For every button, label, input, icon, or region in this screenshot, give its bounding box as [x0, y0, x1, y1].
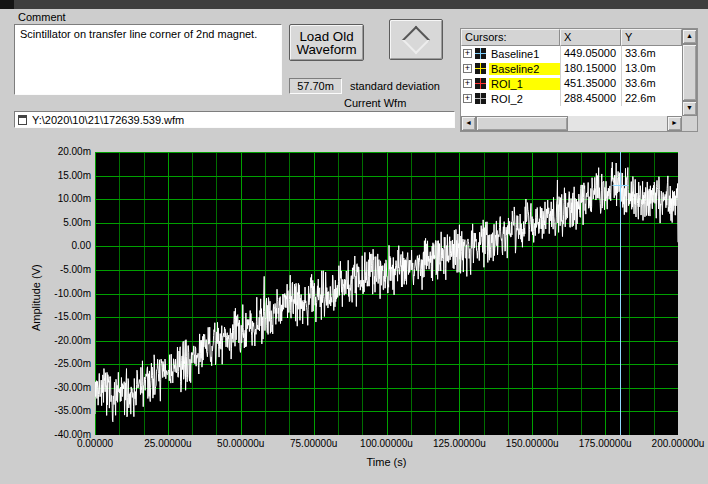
diamond-icon	[402, 25, 430, 53]
cursor-y-value: 33.6m	[621, 46, 682, 61]
cursor-x-value: 451.35000	[560, 76, 621, 91]
x-tick-label: 175.00000u	[565, 438, 645, 449]
wfm-path-control[interactable]: Y:\2020\10\21\172639.539.wfm	[14, 111, 455, 128]
expand-icon[interactable]: +	[463, 49, 472, 58]
column-header-y[interactable]: Y	[621, 29, 682, 46]
x-tick-label: 0.00000	[55, 438, 135, 449]
x-tick-label: 75.00000u	[274, 438, 354, 449]
cursor-style-icon	[475, 78, 486, 89]
x-tick-label: 25.00000u	[128, 438, 208, 449]
x-tick-label: 125.00000u	[419, 438, 499, 449]
expand-icon[interactable]: +	[463, 94, 472, 103]
y-tick-label: -20.00m	[41, 335, 91, 346]
load-old-waveform-button[interactable]: Load Old Waveform	[289, 24, 364, 61]
cursor-row-Baseline2[interactable]: +Baseline2180.1500013.0m	[461, 61, 682, 76]
y-tick-label: 15.00m	[41, 170, 91, 181]
y-tick-label: -25.00m	[41, 358, 91, 369]
window-top-edge	[0, 0, 708, 9]
y-tick-label: -35.00m	[41, 405, 91, 416]
cursor-row-Baseline1[interactable]: +Baseline1449.0500033.6m	[461, 46, 682, 61]
y-tick-label: 0.00	[41, 240, 91, 251]
cursor-legend: Cursors: X Y +Baseline1449.0500033.6m+Ba…	[460, 28, 698, 132]
path-icon	[18, 115, 27, 125]
cursor-name[interactable]: ROI_1	[489, 78, 560, 90]
cursor-x-value: 288.45000	[560, 91, 621, 106]
x-tick-label: 50.00000u	[201, 438, 281, 449]
cursor-list: +Baseline1449.0500033.6m+Baseline2180.15…	[461, 46, 682, 116]
cursor-list-hscrollbar[interactable]: ◄ ►	[461, 116, 682, 131]
cursor-style-icon	[475, 63, 486, 74]
cursor-y-value: 33.6m	[621, 76, 682, 91]
scroll-up-icon[interactable]: ▲	[682, 29, 697, 44]
expand-icon[interactable]: +	[463, 79, 472, 88]
comment-label: Comment	[18, 11, 66, 23]
hscroll-thumb[interactable]	[476, 116, 568, 131]
cursor-style-icon	[475, 48, 486, 59]
cursor-list-vscrollbar[interactable]: ▲ ▼	[682, 29, 697, 116]
y-tick-label: 20.00m	[41, 146, 91, 157]
cursor-x-value: 449.05000	[560, 46, 621, 61]
wfm-path-text: Y:\2020\10\21\172639.539.wfm	[32, 114, 184, 126]
std-deviation-value: 57.70m	[289, 78, 342, 94]
scrollbar-corner	[682, 116, 697, 131]
cursor-y-value: 13.0m	[621, 61, 682, 76]
cursor-row-ROI_1[interactable]: +ROI_1451.3500033.6m	[461, 76, 682, 91]
column-header-x[interactable]: X	[560, 29, 621, 46]
cursor-style-icon	[475, 93, 486, 104]
cursor-name[interactable]: ROI_2	[489, 93, 560, 105]
labview-panel: Comment Scintillator on transfer line co…	[0, 0, 708, 484]
y-tick-label: -10.00m	[41, 288, 91, 299]
comment-text: Scintillator on transfer line corner of …	[20, 28, 257, 40]
cursor-y-value: 22.6m	[621, 91, 682, 106]
x-tick-label: 200.00000u	[638, 438, 708, 449]
diamond-button[interactable]	[389, 19, 443, 60]
std-deviation-label: standard deviation	[350, 80, 440, 92]
x-axis-label: Time (s)	[336, 456, 437, 468]
x-tick-label: 150.00000u	[492, 438, 572, 449]
y-tick-label: -30.00m	[41, 382, 91, 393]
y-tick-label: -5.00m	[41, 264, 91, 275]
waveform-graph[interactable]	[95, 152, 678, 435]
current-wfm-label: Current Wfm	[344, 97, 406, 109]
y-tick-label: 10.00m	[41, 193, 91, 204]
cursors-title: Cursors:	[461, 29, 560, 46]
cursor-name[interactable]: Baseline1	[489, 48, 560, 60]
y-tick-label: 5.00m	[41, 217, 91, 228]
cursor-legend-header: Cursors: X Y	[461, 29, 682, 46]
cursor-name[interactable]: Baseline2	[489, 63, 560, 75]
y-tick-label: -15.00m	[41, 311, 91, 322]
scroll-right-icon[interactable]: ►	[667, 116, 682, 131]
x-tick-label: 100.00000u	[347, 438, 427, 449]
expand-icon[interactable]: +	[463, 64, 472, 73]
cursor-x-value: 180.15000	[560, 61, 621, 76]
vscroll-thumb[interactable]	[682, 44, 697, 101]
scroll-left-icon[interactable]: ◄	[461, 116, 476, 131]
cursor-row-ROI_2[interactable]: +ROI_2288.4500022.6m	[461, 91, 682, 106]
comment-textbox[interactable]: Scintillator on transfer line corner of …	[14, 24, 282, 95]
scroll-down-icon[interactable]: ▼	[682, 101, 697, 116]
